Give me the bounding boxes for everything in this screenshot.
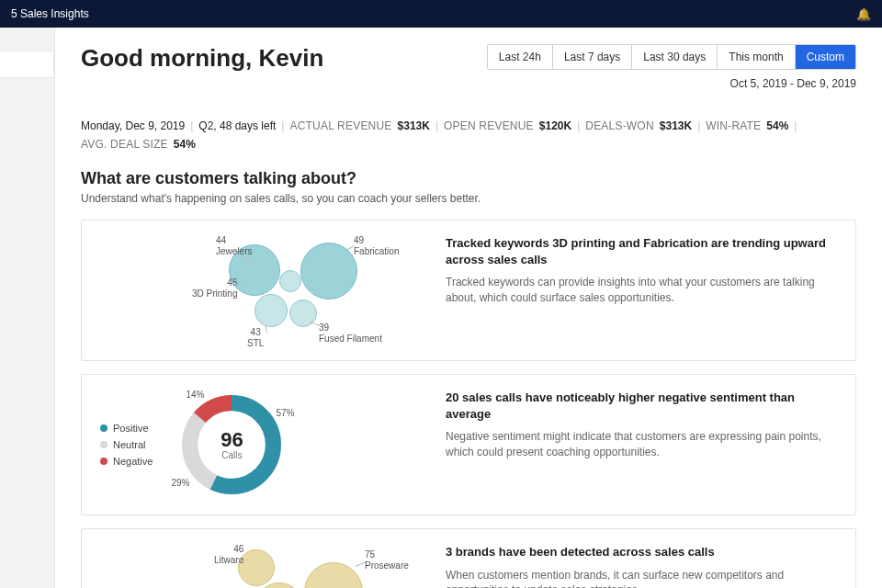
page-title: Good morning, Kevin: [81, 44, 323, 73]
kpi-bar: Monday, Dec 9, 2019 | Q2, 48 days left |…: [81, 119, 856, 151]
range-last-30-days[interactable]: Last 30 days: [632, 45, 718, 69]
main-content: Good morning, Kevin Last 24h Last 7 days…: [55, 28, 882, 588]
range-custom[interactable]: Custom: [796, 45, 855, 69]
insight-card-brands[interactable]: 46Litware 64Northwind Traders 75Prosewar…: [81, 528, 856, 588]
sidebar: [0, 28, 55, 588]
kpi-value: $313K: [398, 119, 430, 132]
kpi-label: DEALS-WON: [585, 119, 653, 132]
kpi-value: $120K: [539, 119, 571, 132]
insight-headline: 20 sales calls have noticeably higher ne…: [446, 390, 837, 422]
insight-card-sentiment[interactable]: Positive Neutral Negative: [81, 374, 856, 515]
insight-body: Tracked keywords can provide insights in…: [446, 275, 837, 306]
kpi-label: WIN-RATE: [706, 119, 761, 132]
keywords-bubble-chart: 44Jewelers 453D Printing 49Fabrication 4…: [100, 235, 431, 345]
insight-card-keywords[interactable]: 44Jewelers 453D Printing 49Fabrication 4…: [81, 220, 856, 361]
kpi-label: ACTUAL REVENUE: [289, 119, 391, 132]
insight-headline: 3 brands have been detected across sales…: [446, 544, 837, 560]
kpi-label: AVG. DEAL SIZE: [81, 138, 168, 151]
insight-body: Negative sentiment might indicate that c…: [446, 429, 837, 460]
kpi-quarter: Q2, 48 days left: [198, 119, 276, 132]
insight-body: When customers mention brands, it can su…: [446, 568, 837, 588]
app-title: 5 Sales Insights: [11, 7, 89, 20]
range-last-7-days[interactable]: Last 7 days: [553, 45, 632, 69]
kpi-value: 54%: [766, 119, 788, 132]
sidebar-item[interactable]: [0, 51, 54, 78]
section-title: What are customers talking about?: [81, 169, 856, 188]
sentiment-donut-chart: Positive Neutral Negative: [100, 390, 431, 500]
kpi-value: $313K: [660, 119, 692, 132]
kpi-value: 54%: [174, 138, 196, 151]
sentiment-legend: Positive Neutral Negative: [100, 423, 153, 467]
date-range-picker: Last 24h Last 7 days Last 30 days This m…: [487, 44, 856, 70]
donut-center-value: 96: [220, 430, 243, 450]
range-this-month[interactable]: This month: [718, 45, 795, 69]
kpi-label: OPEN REVENUE: [444, 119, 534, 132]
notifications-icon[interactable]: 🔔: [856, 7, 871, 21]
topbar: 5 Sales Insights 🔔: [0, 0, 882, 28]
donut-center-label: Calls: [221, 450, 242, 460]
brands-bubble-chart: 46Litware 64Northwind Traders 75Prosewar…: [100, 544, 431, 588]
section-subtitle: Understand what's happening on sales cal…: [81, 192, 856, 205]
insight-headline: Tracked keywords 3D printing and Fabrica…: [446, 235, 837, 267]
range-last-24h[interactable]: Last 24h: [488, 45, 553, 69]
date-range-text: Oct 5, 2019 - Dec 9, 2019: [730, 77, 856, 90]
kpi-date: Monday, Dec 9, 2019: [81, 119, 185, 132]
